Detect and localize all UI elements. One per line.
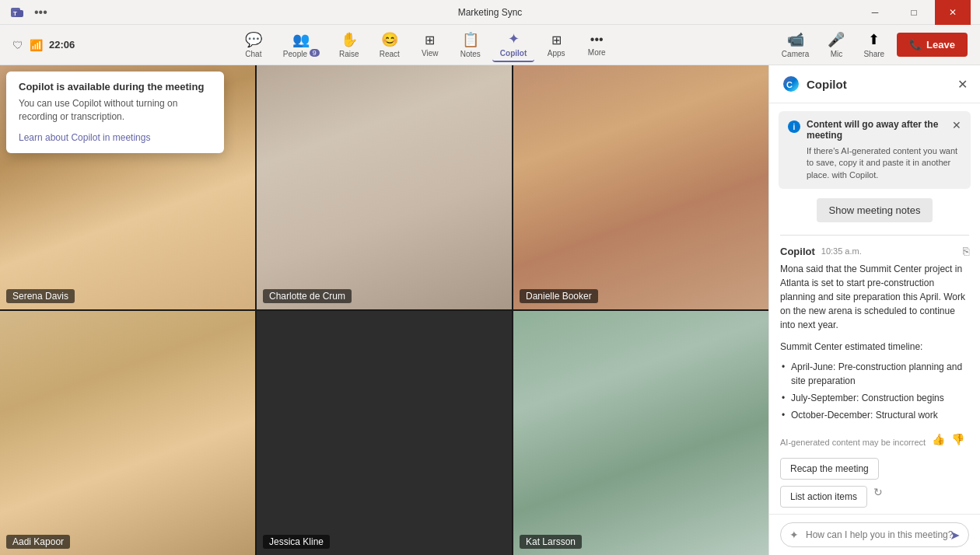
more-button[interactable]: ••• More bbox=[578, 30, 615, 60]
close-button[interactable]: ✕ bbox=[935, 0, 971, 25]
raise-icon: ✋ bbox=[341, 31, 358, 48]
copilot-input-area: ✦ ➤ bbox=[769, 514, 980, 555]
notes-icon: 📋 bbox=[462, 31, 479, 48]
copilot-tooltip-body: You can use Copilot without turning on r… bbox=[19, 97, 212, 124]
main-content: Copilot is available during the meeting … bbox=[0, 65, 980, 555]
feedback-icons: 👍 👎 bbox=[932, 433, 964, 445]
copilot-panel-title: Copilot bbox=[807, 78, 847, 91]
copilot-tooltip-title: Copilot is available during the meeting bbox=[19, 81, 212, 92]
copilot-button[interactable]: ✦ Copilot bbox=[492, 27, 534, 62]
share-label: Share bbox=[863, 50, 884, 58]
copilot-header-left: C Copilot bbox=[782, 75, 847, 93]
send-icon[interactable]: ➤ bbox=[950, 528, 960, 543]
share-icon: ⬆ bbox=[868, 31, 880, 48]
timeline-list: April-June: Pre-construction planning an… bbox=[780, 360, 969, 422]
video-grid: Copilot is available during the meeting … bbox=[0, 65, 768, 555]
video-cell-kat: Kat Larsson bbox=[513, 311, 768, 555]
people-badge: 9 bbox=[310, 49, 320, 57]
signal-icon: 📶 bbox=[30, 39, 43, 51]
divider bbox=[780, 235, 969, 236]
list-item: April-June: Pre-construction planning an… bbox=[780, 360, 969, 388]
leave-icon: 📞 bbox=[909, 39, 922, 51]
notes-button[interactable]: 📋 Notes bbox=[452, 28, 489, 61]
timeline-heading: Summit Center estimated timeline: bbox=[780, 340, 969, 354]
more-icon: ••• bbox=[590, 33, 604, 47]
title-bar-left: T ••• bbox=[9, 5, 47, 20]
list-item: July-September: Construction begins bbox=[780, 391, 969, 405]
people-icon: 👥 bbox=[292, 31, 310, 48]
name-tag-kat: Kat Larsson bbox=[520, 535, 582, 549]
toolbar-right: 📹 Camera 🎤 Mic ⬆ Share 📞 Leave bbox=[775, 28, 968, 61]
chat-button[interactable]: 💬 Chat bbox=[235, 28, 272, 61]
name-tag-charlotte: Charlotte de Crum bbox=[263, 289, 352, 303]
ai-disclaimer-row: AI-generated content may be incorrect 👍 … bbox=[780, 431, 969, 447]
svg-text:T: T bbox=[13, 10, 17, 17]
teams-logo: T bbox=[9, 5, 25, 20]
thumbs-up-icon[interactable]: 👍 bbox=[932, 433, 945, 445]
minimize-button[interactable]: ─ bbox=[857, 0, 893, 25]
refresh-icon[interactable]: ↻ bbox=[873, 486, 883, 508]
chat-icon: 💬 bbox=[245, 31, 262, 48]
title-bar: T ••• Marketing Sync ─ □ ✕ bbox=[0, 0, 980, 25]
list-actions-button[interactable]: List action items bbox=[780, 486, 867, 508]
copilot-sparkle-icon: ✦ bbox=[508, 30, 520, 47]
video-cell-danielle: Danielle Booker bbox=[513, 65, 768, 309]
copilot-learn-more-link[interactable]: Learn about Copilot in meetings bbox=[19, 132, 150, 143]
copy-icon[interactable]: ⎘ bbox=[963, 245, 969, 257]
copilot-close-button[interactable]: ✕ bbox=[957, 77, 968, 92]
apps-button[interactable]: ⊞ Apps bbox=[537, 30, 575, 61]
copilot-header: C Copilot ✕ bbox=[769, 65, 980, 103]
mic-icon: 🎤 bbox=[828, 31, 845, 48]
raise-button[interactable]: ✋ Raise bbox=[331, 28, 368, 61]
svg-text:C: C bbox=[786, 80, 793, 89]
info-banner-close[interactable]: ✕ bbox=[952, 119, 961, 131]
leave-label: Leave bbox=[926, 39, 955, 51]
camera-label: Camera bbox=[782, 50, 810, 58]
apps-icon: ⊞ bbox=[551, 33, 562, 47]
recap-button[interactable]: Recap the meeting bbox=[780, 458, 879, 480]
share-button[interactable]: ⬆ Share bbox=[857, 28, 891, 61]
video-cell-charlotte: Charlotte de Crum bbox=[257, 65, 512, 309]
shield-icon: 🛡 bbox=[12, 39, 23, 51]
view-icon: ⊞ bbox=[425, 33, 435, 47]
toolbar-left: 🛡 📶 22:06 bbox=[12, 39, 75, 51]
input-wrapper: ✦ ➤ bbox=[780, 522, 969, 547]
ai-disclaimer: AI-generated content may be incorrect bbox=[780, 438, 926, 447]
info-banner-title: Content will go away after the meeting bbox=[807, 119, 946, 141]
app-menu[interactable]: ••• bbox=[34, 5, 47, 19]
show-meeting-notes-button[interactable]: Show meeting notes bbox=[817, 198, 933, 222]
video-cell-aadi: Aadi Kapoor bbox=[0, 311, 255, 555]
camera-icon: 📹 bbox=[787, 31, 804, 48]
thumbs-down-icon[interactable]: 👎 bbox=[951, 433, 964, 445]
list-item: October-December: Structural work bbox=[780, 408, 969, 422]
copilot-panel: C Copilot ✕ i Content will go away after… bbox=[768, 65, 980, 555]
info-banner-body: If there's AI-generated content you want… bbox=[807, 145, 961, 181]
copilot-messages: Copilot 10:35 a.m. ⎘ Mona said that the … bbox=[769, 239, 980, 452]
name-tag-serena: Serena Davis bbox=[6, 289, 75, 303]
mic-button[interactable]: 🎤 Mic bbox=[821, 28, 851, 61]
maximize-button[interactable]: □ bbox=[896, 0, 932, 25]
name-tag-danielle: Danielle Booker bbox=[520, 289, 598, 303]
copilot-input[interactable] bbox=[780, 522, 969, 547]
meeting-toolbar: 🛡 📶 22:06 💬 Chat 👥 People 9 ✋ Raise 😊 Re… bbox=[0, 25, 980, 65]
camera-button[interactable]: 📹 Camera bbox=[775, 28, 816, 61]
copilot-logo-icon: C bbox=[782, 75, 800, 93]
mic-label: Mic bbox=[831, 50, 843, 58]
react-button[interactable]: 😊 React bbox=[371, 28, 408, 61]
name-tag-jessica: Jessica Kline bbox=[263, 535, 330, 549]
name-tag-aadi: Aadi Kapoor bbox=[6, 535, 70, 549]
message-body: Mona said that the Summit Center project… bbox=[780, 262, 969, 422]
video-cell-jessica: Jessica Kline bbox=[257, 311, 512, 555]
people-button[interactable]: 👥 People 9 bbox=[275, 28, 327, 61]
info-icon: i bbox=[788, 120, 800, 133]
copilot-tooltip: Copilot is available during the meeting … bbox=[6, 72, 224, 153]
meeting-title: Marketing Sync bbox=[458, 7, 523, 18]
meeting-timer: 22:06 bbox=[49, 39, 75, 51]
leave-button[interactable]: 📞 Leave bbox=[897, 33, 968, 57]
info-banner-header: i Content will go away after the meeting… bbox=[788, 119, 961, 141]
view-button[interactable]: ⊞ View bbox=[411, 30, 449, 61]
window-controls: ─ □ ✕ bbox=[857, 0, 971, 25]
message-time: 10:35 a.m. bbox=[821, 246, 862, 256]
react-icon: 😊 bbox=[381, 31, 398, 48]
message-sender: Copilot bbox=[780, 246, 815, 257]
